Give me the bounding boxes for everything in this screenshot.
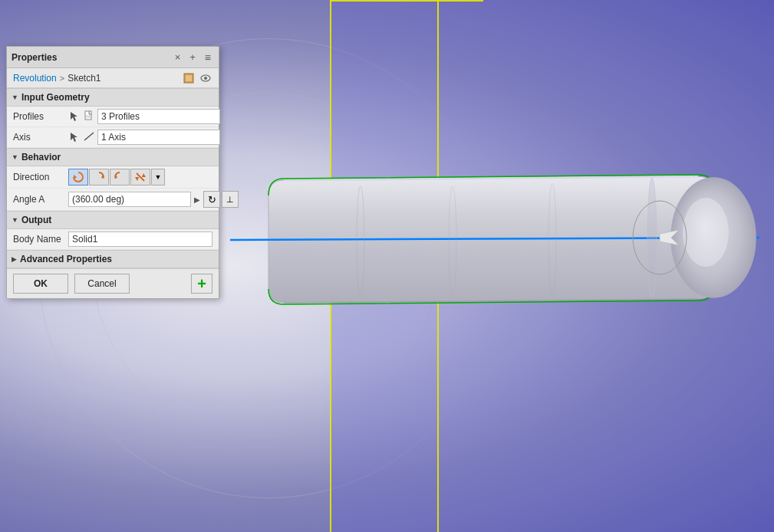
output-title: Output — [21, 215, 51, 225]
angle-a-label: Angle A — [13, 194, 68, 205]
add-button-icon: + — [197, 275, 206, 293]
breadcrumb: Revolution > Sketch1 — [7, 68, 219, 88]
cycle-button[interactable]: ↻ — [203, 191, 220, 208]
body-name-label: Body Name — [13, 234, 68, 245]
svg-marker-13 — [71, 112, 77, 121]
direction-label: Direction — [13, 172, 68, 182]
input-geometry-title: Input Geometry — [21, 92, 90, 103]
breadcrumb-separator: > — [60, 74, 64, 83]
direction-controls: ▼ — [68, 169, 212, 186]
profiles-label: Profiles — [13, 111, 68, 122]
direction-btn-3[interactable] — [110, 169, 130, 186]
ok-button[interactable]: OK — [13, 274, 68, 294]
panel-close-button[interactable]: × — [172, 51, 184, 64]
direction-btn-1[interactable] — [68, 169, 88, 186]
breadcrumb-icons — [182, 71, 212, 85]
profiles-controls — [68, 109, 220, 124]
panel-header: Properties × + ≡ — [7, 47, 219, 68]
breadcrumb-icon-sketch[interactable] — [182, 71, 196, 85]
axis-cursor-icon[interactable] — [68, 131, 81, 143]
advanced-title: Advanced Properties — [20, 254, 112, 264]
profiles-file-icon — [84, 110, 94, 123]
advanced-expand-icon: ▶ — [12, 255, 17, 263]
button-row: OK Cancel + — [7, 268, 219, 298]
angle-a-row: Angle A ▶ ↻ ⊥ — [7, 189, 219, 211]
cylinder-3d — [207, 115, 774, 383]
cancel-button[interactable]: Cancel — [74, 274, 130, 294]
axis-input[interactable] — [97, 130, 220, 145]
svg-marker-17 — [71, 133, 77, 142]
panel-menu-button[interactable]: ≡ — [202, 51, 214, 64]
svg-marker-23 — [142, 173, 146, 177]
body-name-controls — [68, 232, 212, 247]
behavior-title: Behavior — [21, 152, 61, 163]
output-expand-icon: ▼ — [12, 216, 18, 224]
body-name-row: Body Name — [7, 229, 219, 250]
axis-row: Axis — [7, 127, 219, 148]
direction-btn-2[interactable] — [89, 169, 109, 186]
behavior-section[interactable]: ▼ Behavior — [7, 148, 219, 166]
axis-line-icon — [84, 131, 94, 143]
angle-a-controls: ▶ ↻ ⊥ — [68, 191, 239, 208]
advanced-section[interactable]: ▶ Advanced Properties — [7, 250, 219, 268]
svg-line-18 — [84, 133, 94, 140]
panel-add-button[interactable]: + — [186, 51, 199, 64]
svg-point-12 — [204, 77, 207, 80]
symmetric-button[interactable]: ⊥ — [222, 191, 239, 208]
profiles-input[interactable] — [97, 109, 220, 124]
breadcrumb-link[interactable]: Revolution — [13, 73, 57, 84]
svg-rect-10 — [186, 75, 192, 81]
profiles-cursor-icon[interactable] — [68, 110, 81, 123]
profiles-row: Profiles — [7, 107, 219, 127]
svg-point-2 — [683, 198, 729, 267]
direction-btn-4[interactable] — [130, 169, 150, 186]
breadcrumb-icon-eye[interactable] — [199, 71, 212, 85]
direction-dropdown[interactable]: ▼ — [151, 169, 165, 186]
behavior-expand-icon: ▼ — [12, 153, 18, 161]
svg-marker-19 — [74, 175, 77, 179]
svg-point-3 — [647, 178, 657, 297]
panel-title: Properties — [12, 52, 169, 63]
direction-row: Direction ▼ — [7, 166, 219, 189]
input-geometry-section[interactable]: ▼ Input Geometry — [7, 88, 219, 107]
axis-label: Axis — [13, 132, 68, 143]
direction-button-group: ▼ — [68, 169, 165, 186]
angle-a-expand[interactable]: ▶ — [193, 195, 202, 204]
svg-rect-14 — [85, 111, 91, 120]
output-section[interactable]: ▼ Output — [7, 211, 219, 229]
breadcrumb-current: Sketch1 — [68, 73, 100, 84]
section-expand-icon: ▼ — [12, 94, 18, 101]
svg-marker-24 — [135, 177, 139, 181]
axis-controls — [68, 130, 220, 145]
add-button[interactable]: + — [191, 274, 212, 294]
properties-panel: Properties × + ≡ Revolution > Sketch1 ▼ … — [6, 46, 219, 299]
yellow-line-top — [330, 0, 483, 2]
angle-a-input[interactable] — [68, 192, 191, 207]
body-name-input[interactable] — [68, 232, 212, 247]
